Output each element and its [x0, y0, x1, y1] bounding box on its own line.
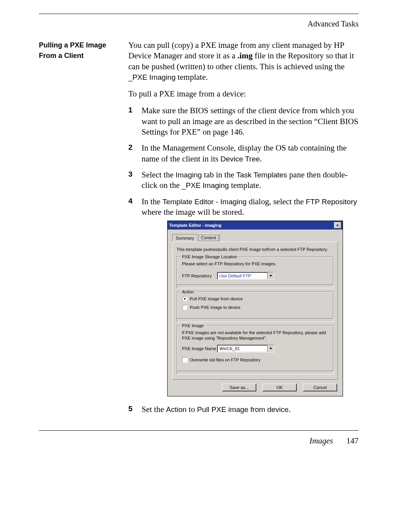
step-2: In the Management Console, display the O… — [128, 143, 359, 164]
overwrite-label: Overwrite old files on FTP Repository — [190, 357, 261, 363]
s4-post: where the image will be stored. — [142, 207, 244, 217]
s5-tt1: Action — [166, 405, 187, 414]
group-image: PXE Image If PXE images are not availabl… — [177, 326, 333, 371]
dialog-title: Template Editor - Imaging — [169, 223, 221, 228]
ok-button[interactable]: OK — [262, 384, 297, 391]
s5-post: . — [289, 405, 290, 414]
s3-tt2: Task Templates — [236, 171, 287, 179]
storage-legend: PXE Image Storage Location — [180, 254, 239, 259]
image-name-combo[interactable]: WinCE_81 — [217, 345, 274, 352]
ftp-repo-label: FTP Repository — [182, 273, 217, 279]
step-5: Set the Action to Pull PXE image from de… — [128, 404, 359, 415]
intro-template: _PXE Imaging — [128, 73, 175, 81]
storage-hint: Please select an FTP Repository for PXE … — [182, 261, 328, 266]
step-3: Select the Imaging tab in the Task Templ… — [128, 170, 359, 191]
intro-bold: .img — [237, 51, 252, 60]
intro-para: You can pull (copy) a PXE image from any… — [128, 40, 359, 82]
step-4: In the Template Editor - Imaging dialog,… — [128, 196, 359, 396]
s5-mid: to — [187, 405, 197, 414]
chevron-down-icon[interactable] — [267, 345, 274, 352]
image-name-value: WinCE_81 — [217, 345, 267, 352]
dialog-figure: Template Editor - Imaging × Summary Cont… — [167, 221, 359, 396]
template-editor-dialog: Template Editor - Imaging × Summary Cont… — [167, 221, 343, 396]
footer-page: 147 — [346, 436, 359, 446]
tab-content[interactable]: Content — [198, 234, 220, 242]
footer-label: Images — [310, 436, 333, 446]
s3-mid: tab in the — [202, 170, 236, 179]
tab-summary[interactable]: Summary — [172, 234, 198, 242]
s3-tt3: _PXE Imaging — [182, 181, 229, 189]
close-icon[interactable]: × — [334, 222, 341, 228]
s5-pre: Set the — [142, 405, 166, 414]
radio-push-label: Push PXE image to device — [190, 305, 240, 310]
svg-marker-1 — [270, 348, 272, 349]
s3-tt1: Imaging — [175, 171, 202, 179]
image-legend: PXE Image — [180, 323, 205, 328]
svg-marker-0 — [270, 275, 272, 277]
s2-tt: Device Tree — [220, 155, 260, 163]
radio-push[interactable]: Push PXE image to device — [182, 305, 328, 310]
s4-tt1: Template Editor - Imaging — [163, 198, 247, 206]
header-section: Advanced Tasks — [39, 19, 359, 28]
image-hint: If PXE images are not available for the … — [182, 330, 328, 341]
s4-mid: dialog, select the — [247, 197, 306, 206]
s4-tt2: FTP Repository — [306, 198, 357, 206]
image-name-label: PXE Image Name — [182, 346, 217, 351]
dialog-description: This template pushes/pulls client PXE im… — [177, 247, 334, 252]
intro-post2: template. — [175, 72, 208, 82]
side-heading: Pulling a PXE Image From a Client — [39, 40, 128, 61]
s2-post: . — [260, 154, 262, 163]
step-1: Make sure the BIOS settings of the clien… — [128, 105, 359, 137]
ftp-repo-value: Use Default FTP — [217, 272, 267, 279]
ftp-repo-combo[interactable]: Use Default FTP — [217, 272, 274, 280]
bottom-rule — [39, 430, 359, 431]
cancel-button[interactable]: Cancel — [303, 384, 337, 391]
chevron-down-icon[interactable] — [267, 272, 274, 279]
top-rule — [39, 14, 359, 14]
s3-pre: Select the — [142, 170, 175, 179]
action-legend: Action — [180, 289, 196, 294]
radio-pull[interactable]: Pull PXE image from device — [182, 296, 328, 301]
lead: To pull a PXE image from a device: — [128, 89, 359, 99]
s4-pre: In the — [142, 197, 163, 206]
radio-pull-label: Pull PXE image from device — [190, 296, 243, 301]
group-storage: PXE Image Storage Location Please select… — [177, 257, 333, 285]
group-action: Action Pull PXE image from device Push P… — [177, 292, 333, 319]
titlebar[interactable]: Template Editor - Imaging × — [168, 221, 343, 230]
s3-post: template. — [229, 181, 261, 190]
saveas-button[interactable]: Save as... — [222, 384, 256, 391]
overwrite-checkbox[interactable] — [182, 357, 187, 363]
s5-tt2: Pull PXE image from device — [197, 405, 289, 414]
